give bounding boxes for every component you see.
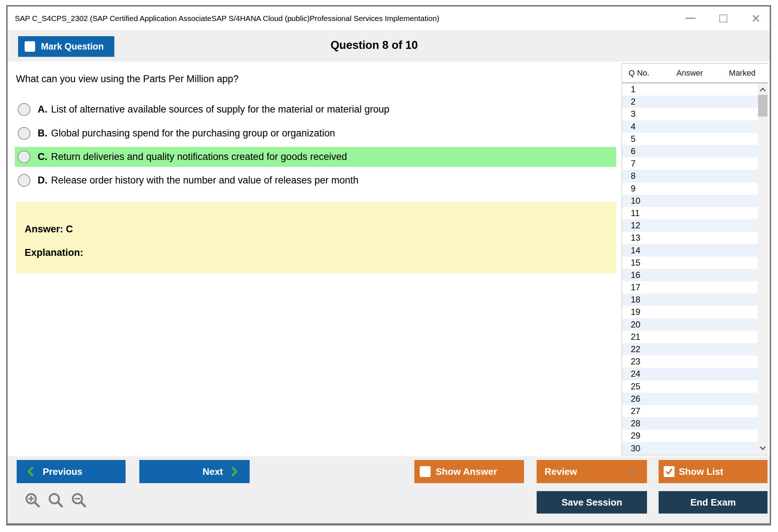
question-list-row[interactable]: 17	[622, 281, 758, 294]
answer-panel: Answer: C Explanation:	[16, 202, 616, 273]
question-list-row[interactable]: 11	[622, 207, 758, 219]
option-d-radio[interactable]	[18, 174, 30, 187]
question-number: 24	[631, 369, 640, 379]
question-number: 20	[631, 320, 640, 330]
question-list-row[interactable]: 1	[622, 83, 758, 96]
show-list-checkbox[interactable]	[664, 466, 675, 477]
question-number: 10	[631, 196, 640, 206]
question-number: 28	[631, 418, 640, 428]
question-number: 19	[631, 307, 640, 317]
chevron-right-icon	[231, 467, 238, 476]
question-list-row[interactable]: 20	[622, 318, 758, 331]
option-d[interactable]: D. Release order history with the number…	[15, 170, 616, 190]
question-list-row[interactable]: 15	[622, 257, 758, 269]
question-list-row[interactable]: 28	[622, 417, 758, 430]
chevron-left-icon	[27, 467, 34, 476]
question-number: 8	[631, 171, 635, 181]
review-button[interactable]: Review ▲	[537, 460, 647, 483]
maximize-button[interactable]	[719, 14, 727, 22]
question-number: 6	[631, 146, 635, 156]
option-a-radio[interactable]	[18, 103, 30, 116]
question-list-row[interactable]: 10	[622, 195, 758, 207]
close-button[interactable]: ×	[751, 11, 760, 26]
previous-button[interactable]: Previous	[17, 460, 126, 483]
option-text: Return deliveries and quality notificati…	[51, 151, 347, 162]
column-marked: Marked	[717, 68, 768, 78]
explanation-label: Explanation:	[25, 247, 616, 258]
question-list-row[interactable]: 4	[622, 121, 758, 133]
zoom-in-icon[interactable]	[24, 492, 41, 508]
question-list-body: 1234567891011121314151617181920212223242…	[622, 83, 768, 455]
question-list-row[interactable]: 19	[622, 306, 758, 318]
question-list-scrollbar[interactable]	[758, 83, 768, 455]
option-b-radio[interactable]	[18, 127, 30, 140]
triangle-up-icon: ▲	[630, 468, 637, 476]
scroll-down-button[interactable]	[758, 444, 768, 452]
question-list-row[interactable]: 27	[622, 405, 758, 417]
question-list-row[interactable]: 23	[622, 355, 758, 368]
question-list-row[interactable]: 8	[622, 170, 758, 182]
question-list-row[interactable]: 2	[622, 96, 758, 108]
option-b[interactable]: B. Global purchasing spend for the purch…	[15, 123, 616, 143]
question-list-row[interactable]: 21	[622, 331, 758, 343]
question-list-row[interactable]: 9	[622, 182, 758, 195]
show-answer-checkbox[interactable]	[420, 466, 431, 477]
window-controls: ×	[686, 7, 760, 30]
minimize-button[interactable]	[686, 18, 695, 19]
show-answer-button[interactable]: Show Answer	[414, 460, 524, 483]
question-list-row[interactable]: 6	[622, 145, 758, 157]
question-number: 27	[631, 406, 640, 416]
option-letter: C.	[38, 151, 47, 162]
option-text: Release order history with the number an…	[51, 175, 358, 186]
scrollbar-thumb[interactable]	[758, 95, 768, 117]
option-letter: D.	[38, 175, 47, 186]
app-window: SAP C_S4CPS_2302 (SAP Certified Applicat…	[6, 5, 771, 525]
question-list-row[interactable]: 25	[622, 380, 758, 393]
question-list-row[interactable]: 13	[622, 232, 758, 244]
question-number: 15	[631, 258, 640, 268]
question-list-row[interactable]: 18	[622, 294, 758, 306]
question-list-row[interactable]: 30	[622, 442, 758, 454]
question-list-row[interactable]: 16	[622, 269, 758, 281]
answer-value: Answer: C	[25, 224, 616, 235]
show-list-button[interactable]: Show List	[659, 460, 768, 483]
zoom-reset-icon[interactable]	[47, 492, 64, 508]
option-a[interactable]: A. List of alternative available sources…	[15, 100, 616, 119]
question-text: What can you view using the Parts Per Mi…	[16, 73, 238, 85]
next-button[interactable]: Next	[139, 460, 250, 483]
option-text: List of alternative available sources of…	[51, 104, 389, 115]
question-number: 1	[631, 84, 635, 94]
option-c-radio[interactable]	[18, 151, 30, 163]
question-list: 1234567891011121314151617181920212223242…	[622, 83, 758, 455]
question-number: 2	[631, 97, 635, 107]
question-number: 22	[631, 344, 640, 354]
question-list-row[interactable]: 12	[622, 219, 758, 232]
previous-label: Previous	[43, 466, 83, 477]
question-number: 14	[631, 245, 640, 256]
question-list-row[interactable]: 24	[622, 368, 758, 380]
question-list-row[interactable]: 7	[622, 157, 758, 170]
question-number: 7	[631, 159, 635, 169]
option-text: Global purchasing spend for the purchasi…	[51, 128, 335, 139]
option-c[interactable]: C. Return deliveries and quality notific…	[15, 147, 616, 167]
header-strip: Mark Question Question 8 of 10	[8, 30, 770, 62]
title-bar: SAP C_S4CPS_2302 (SAP Certified Applicat…	[8, 7, 770, 30]
checkmark-icon	[665, 468, 673, 475]
question-list-row[interactable]: 26	[622, 393, 758, 405]
zoom-out-icon[interactable]	[71, 492, 87, 508]
end-exam-button[interactable]: End Exam	[659, 491, 768, 514]
next-label: Next	[203, 466, 223, 477]
question-number: 16	[631, 270, 640, 280]
question-list-row[interactable]: 3	[622, 108, 758, 120]
end-exam-label: End Exam	[690, 497, 736, 508]
option-letter: A.	[38, 104, 47, 115]
question-number: 21	[631, 332, 640, 342]
question-number: 4	[631, 122, 635, 132]
question-list-row[interactable]: 22	[622, 343, 758, 355]
scroll-up-button[interactable]	[758, 85, 768, 94]
question-number: 25	[631, 381, 640, 392]
save-session-button[interactable]: Save Session	[537, 491, 647, 514]
question-list-row[interactable]: 5	[622, 133, 758, 145]
question-list-row[interactable]: 14	[622, 244, 758, 256]
question-list-row[interactable]: 29	[622, 430, 758, 442]
